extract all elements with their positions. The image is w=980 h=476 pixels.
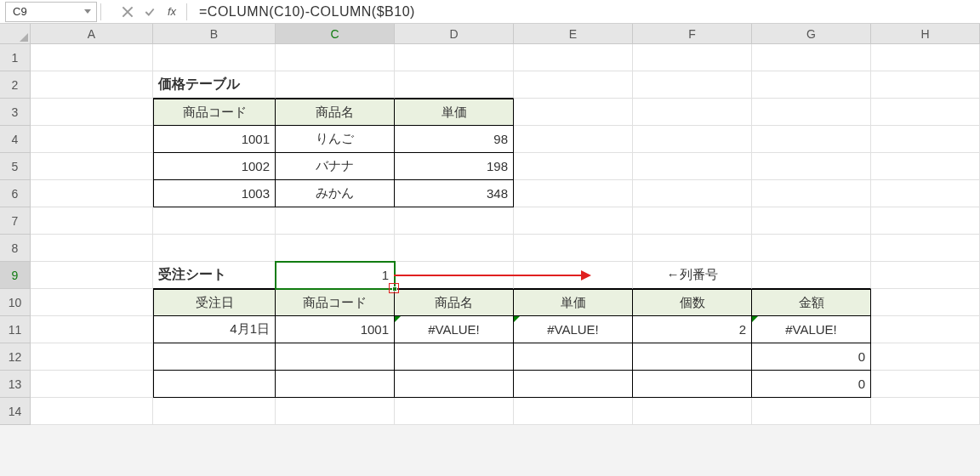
cell-a14[interactable]	[31, 398, 153, 425]
col-header-d[interactable]: D	[395, 24, 514, 44]
cell-e1[interactable]	[514, 44, 633, 71]
cell-g5[interactable]	[752, 153, 871, 180]
order-r3-code[interactable]	[276, 371, 395, 398]
row-header-13[interactable]: 13	[0, 371, 31, 398]
order-header-date[interactable]: 受注日	[153, 289, 276, 316]
cell-g7[interactable]	[752, 207, 871, 235]
order-r2-qty[interactable]	[633, 343, 752, 371]
order-r1-price[interactable]: #VALUE!	[514, 316, 633, 343]
order-sheet-title[interactable]: 受注シート	[153, 262, 276, 289]
cancel-formula-button[interactable]	[117, 2, 139, 22]
cell-a6[interactable]	[31, 180, 153, 207]
cell-f5[interactable]	[633, 153, 752, 180]
cell-h12[interactable]	[871, 343, 980, 371]
price-row2-price[interactable]: 198	[395, 153, 514, 180]
cell-c14[interactable]	[276, 398, 395, 425]
cell-e3[interactable]	[514, 99, 633, 126]
cell-e6[interactable]	[514, 180, 633, 207]
cell-d9[interactable]	[395, 262, 514, 289]
price-row2-name[interactable]: バナナ	[276, 153, 395, 180]
cell-b8[interactable]	[153, 235, 276, 262]
cell-c7[interactable]	[276, 207, 395, 235]
name-box-dropdown-icon[interactable]	[84, 9, 91, 14]
cell-g6[interactable]	[752, 180, 871, 207]
price-header-price[interactable]: 単価	[395, 99, 514, 126]
order-r1-qty[interactable]: 2	[633, 316, 752, 343]
cell-h4[interactable]	[871, 126, 980, 153]
row-header-1[interactable]: 1	[0, 44, 31, 71]
cell-d14[interactable]	[395, 398, 514, 425]
cell-b14[interactable]	[153, 398, 276, 425]
cell-c1[interactable]	[276, 44, 395, 71]
formula-input[interactable]: =COLUMN(C10)-COLUMN($B10)	[191, 2, 980, 22]
cell-g4[interactable]	[752, 126, 871, 153]
order-r3-date[interactable]	[153, 371, 276, 398]
cell-h9[interactable]	[871, 262, 980, 289]
cell-e9[interactable]	[514, 262, 633, 289]
cell-f14[interactable]	[633, 398, 752, 425]
cell-e8[interactable]	[514, 235, 633, 262]
row-header-11[interactable]: 11	[0, 316, 31, 343]
cell-c8[interactable]	[276, 235, 395, 262]
cell-h2[interactable]	[871, 71, 980, 99]
cell-h11[interactable]	[871, 316, 980, 343]
cell-b1[interactable]	[153, 44, 276, 71]
cell-h7[interactable]	[871, 207, 980, 235]
cell-f6[interactable]	[633, 180, 752, 207]
cell-d1[interactable]	[395, 44, 514, 71]
order-header-name[interactable]: 商品名	[395, 289, 514, 316]
enter-formula-button[interactable]	[139, 2, 161, 22]
cell-g2[interactable]	[752, 71, 871, 99]
price-row3-price[interactable]: 348	[395, 180, 514, 207]
cell-a9[interactable]	[31, 262, 153, 289]
order-r1-date[interactable]: 4月1日	[153, 316, 276, 343]
cell-e4[interactable]	[514, 126, 633, 153]
name-box[interactable]: C9	[5, 2, 97, 22]
order-header-code[interactable]: 商品コード	[276, 289, 395, 316]
cell-h10[interactable]	[871, 289, 980, 316]
cell-a11[interactable]	[31, 316, 153, 343]
price-table-title[interactable]: 価格テーブル	[153, 71, 276, 99]
cell-g14[interactable]	[752, 398, 871, 425]
cell-a1[interactable]	[31, 44, 153, 71]
price-row1-price[interactable]: 98	[395, 126, 514, 153]
cell-h5[interactable]	[871, 153, 980, 180]
col-header-f[interactable]: F	[633, 24, 752, 44]
cell-a10[interactable]	[31, 289, 153, 316]
cell-h3[interactable]	[871, 99, 980, 126]
price-header-code[interactable]: 商品コード	[153, 99, 276, 126]
cell-g9[interactable]	[752, 262, 871, 289]
cell-f4[interactable]	[633, 126, 752, 153]
cell-a13[interactable]	[31, 371, 153, 398]
col-header-g[interactable]: G	[752, 24, 871, 44]
cell-e5[interactable]	[514, 153, 633, 180]
order-r1-code[interactable]: 1001	[276, 316, 395, 343]
cell-d8[interactable]	[395, 235, 514, 262]
row-header-2[interactable]: 2	[0, 71, 31, 99]
order-r2-name[interactable]	[395, 343, 514, 371]
fx-icon[interactable]: fx	[161, 2, 183, 22]
col-header-b[interactable]: B	[153, 24, 276, 44]
row-header-7[interactable]: 7	[0, 207, 31, 235]
select-all-corner[interactable]	[0, 24, 31, 44]
col-header-a[interactable]: A	[31, 24, 153, 44]
cell-c9-active[interactable]: 1	[276, 262, 395, 289]
cell-g3[interactable]	[752, 99, 871, 126]
cell-g8[interactable]	[752, 235, 871, 262]
cell-a12[interactable]	[31, 343, 153, 371]
spreadsheet-grid[interactable]: A B C D E F G H 1 2 価格テーブル 3 商品コード 商品名 単…	[0, 24, 980, 425]
row-header-10[interactable]: 10	[0, 289, 31, 316]
cell-e14[interactable]	[514, 398, 633, 425]
order-r3-price[interactable]	[514, 371, 633, 398]
row-header-3[interactable]: 3	[0, 99, 31, 126]
cell-h13[interactable]	[871, 371, 980, 398]
cell-f7[interactable]	[633, 207, 752, 235]
row-header-12[interactable]: 12	[0, 343, 31, 371]
cell-a3[interactable]	[31, 99, 153, 126]
fill-handle-icon[interactable]	[392, 286, 397, 292]
order-header-price[interactable]: 単価	[514, 289, 633, 316]
cell-h6[interactable]	[871, 180, 980, 207]
order-r3-qty[interactable]	[633, 371, 752, 398]
cell-h1[interactable]	[871, 44, 980, 71]
cell-e2[interactable]	[514, 71, 633, 99]
